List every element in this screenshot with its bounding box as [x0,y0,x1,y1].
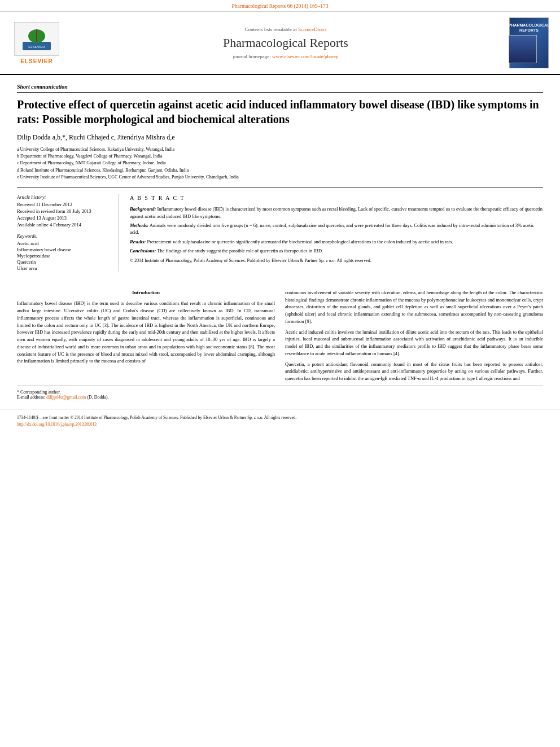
homepage-link[interactable]: www.elsevier.com/locate/pharep [272,54,338,59]
background-label: Background: [130,206,156,212]
conclusions-label: Conclusions: [130,248,156,254]
journal-title: Pharmacological Reports [73,36,498,50]
background-text: Inflammatory bowel disease (IBD) is char… [130,206,542,219]
history-title: Article history: [17,194,111,200]
affiliation-c: c Department of Pharmacology, NMT Gujara… [17,160,543,166]
abstract-section: A B S T R A C T Background: Inflammatory… [130,194,543,272]
doi-link[interactable]: http://dx.doi.org/10.1016/j.pharep.2013.… [17,422,97,427]
abstract-title: A B S T R A C T [130,194,543,203]
abstract-results: Results: Pretreatment with sulphasalazin… [130,238,543,245]
right-paragraph-2: Acetic acid induced colitis involves the… [285,329,543,357]
introduction-title: Introduction [17,289,275,297]
affiliation-b: b Department of Pharmacology, Vaagdevi C… [17,153,543,159]
corresponding-author-note: * Corresponding author. [17,390,543,395]
issn-note: 1734-1140/$ – see front matter © 2014 In… [17,415,543,420]
results-label: Results: [130,239,146,244]
email-address[interactable]: dilijpd4u@gmail.com [46,395,86,400]
results-text: Pretreatment with sulphasalazine or quer… [147,239,453,244]
conclusions-text: The findings of the study suggest the po… [157,248,323,254]
available-date: Available online 4 February 2014 [17,222,111,228]
main-content: Introduction Inflammatory bowel disease … [0,280,560,386]
keyword-2: Inflammatory bowel disease [17,247,111,252]
keyword-4: Quercetin [17,259,111,265]
sciencedirect-anchor[interactable]: ScienceDirect [298,27,326,32]
footer: 1734-1140/$ – see front matter © 2014 In… [0,409,560,433]
methods-label: Methods: [130,222,148,228]
received-date: Received 11 December 2012 [17,202,111,207]
authors: Dilip Dodda a,b,*, Ruchi Chhajed c, Jite… [17,133,543,142]
keyword-1: Acetic acid [17,241,111,246]
journal-header: ELSEVIER ELSEVIER Contents lists availab… [0,12,560,75]
methods-text: Animals were randomly divided into five … [130,222,534,235]
right-column: continuous involvement of variable sever… [285,289,543,386]
footnote-block: * Corresponding author. E-mail address: … [17,386,543,400]
left-column: Introduction Inflammatory bowel disease … [17,289,275,386]
affiliation-d: d Roland Institute of Pharmaceutical Sci… [17,167,543,173]
affiliation-a: a University College of Pharmaceutical S… [17,146,543,152]
abstract-conclusions: Conclusions: The findings of the study s… [130,247,543,254]
journal-center: Contents lists available at ScienceDirec… [73,27,498,59]
email-note: E-mail address: dilijpd4u@gmail.com (D. … [17,395,543,400]
abstract-methods: Methods: Animals were randomly divided i… [130,222,543,236]
revised-date: Received in revised form 30 July 2013 [17,208,111,214]
journal-homepage: journal homepage: www.elsevier.com/locat… [73,54,498,59]
affiliations: a University College of Pharmaceutical S… [17,146,543,180]
keyword-3: Myeloperoxidase [17,253,111,259]
article-type: Short communication [17,84,543,93]
sciencedirect-link: Contents lists available at ScienceDirec… [73,27,498,32]
doi-note: http://dx.doi.org/10.1016/j.pharep.2013.… [17,422,543,427]
right-paragraph-3: Quercetin, a potent antioxidant flavonoi… [285,361,543,382]
logo-image: ELSEVIER [14,22,59,56]
article-container: Short communication Protective effect of… [0,75,560,280]
keywords-title: Keywords: [17,233,111,239]
elsevier-logo: ELSEVIER ELSEVIER [11,22,62,64]
keyword-5: Ulcer area [17,265,111,271]
abstract-background: Background: Inflammatory bowel disease (… [130,206,543,220]
abstract-copyright: © 2014 Institute of Pharmacology, Polish… [130,257,543,264]
article-title: Protective effect of quercetin against a… [17,97,543,126]
journal-reference: Pharmacological Reports 66 (2014) 169–17… [0,0,560,12]
svg-text:ELSEVIER: ELSEVIER [28,45,45,49]
affiliation-e: e University Institute of Pharmaceutical… [17,174,543,180]
right-paragraph-1: continuous involvement of variable sever… [285,289,543,325]
accepted-date: Accepted 13 August 2013 [17,215,111,221]
journal-cover-image: PHARMACOLOGICAL REPORTS [509,18,549,68]
keywords-section: Keywords: Acetic acid Inflammatory bowel… [17,233,111,271]
elsevier-brand-text: ELSEVIER [20,58,53,64]
article-info: Article history: Received 11 December 20… [17,194,119,272]
article-body: Article history: Received 11 December 20… [17,187,543,272]
introduction-paragraph-1: Inflammatory bowel disease (IBD) is the … [17,300,275,365]
